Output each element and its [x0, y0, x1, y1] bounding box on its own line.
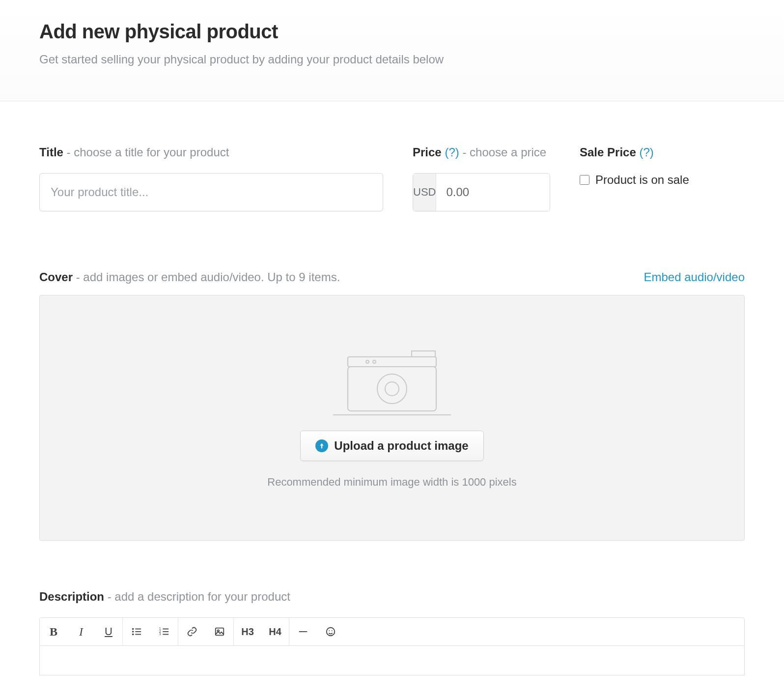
svg-rect-3: [412, 351, 435, 357]
tb-group-lists: 123: [123, 618, 178, 645]
page-header: Add new physical product Get started sel…: [0, 0, 784, 101]
sale-checkbox-label: Product is on sale: [595, 173, 689, 187]
svg-point-23: [327, 628, 335, 636]
svg-point-25: [332, 630, 333, 631]
svg-rect-1: [348, 367, 436, 411]
cover-label-rest: - add images or embed audio/video. Up to…: [73, 270, 340, 284]
svg-point-7: [373, 360, 376, 363]
embed-audio-video-link[interactable]: Embed audio/video: [644, 270, 745, 284]
numbered-list-icon: 123: [159, 626, 169, 637]
price-input[interactable]: [436, 174, 550, 211]
price-label-rest: - choose a price: [459, 145, 546, 159]
price-label-bold: Price: [413, 145, 442, 159]
description-label-bold: Description: [39, 590, 104, 603]
svg-point-8: [132, 628, 134, 630]
svg-rect-2: [348, 357, 436, 367]
svg-point-12: [132, 634, 134, 636]
price-col: Price (?) - choose a price USD: [413, 145, 550, 211]
sale-label: Sale Price (?): [580, 145, 727, 159]
italic-button[interactable]: I: [67, 618, 95, 645]
camera-icon: [333, 347, 451, 416]
bullet-list-button[interactable]: [123, 618, 150, 645]
image-icon: [214, 626, 225, 637]
upload-image-button[interactable]: Upload a product image: [300, 431, 483, 461]
price-label: Price (?) - choose a price: [413, 145, 550, 159]
bold-button[interactable]: B: [40, 618, 67, 645]
price-help-icon[interactable]: (?): [445, 145, 459, 159]
tb-group-headings: H3 H4: [234, 618, 289, 645]
h3-button[interactable]: H3: [234, 618, 261, 645]
svg-point-6: [366, 360, 369, 363]
tb-group-misc: [289, 618, 344, 645]
editor-toolbar: B I U 123 H3: [39, 617, 745, 646]
hr-icon: [298, 626, 308, 637]
tb-group-media: [178, 618, 234, 645]
tb-group-text: B I U: [40, 618, 123, 645]
sale-label-bold: Sale Price: [580, 145, 636, 159]
emoji-button[interactable]: [317, 618, 344, 645]
row-title-price: Title - choose a title for your product …: [39, 145, 745, 211]
sale-checkbox-row: Product is on sale: [580, 173, 727, 187]
title-label-rest: - choose a title for your product: [63, 145, 229, 159]
sale-help-icon[interactable]: (?): [639, 145, 653, 159]
upload-arrow-icon: [315, 439, 328, 452]
sale-col: Sale Price (?) Product is on sale: [580, 145, 727, 211]
svg-text:3: 3: [159, 632, 161, 636]
cover-label-bold: Cover: [39, 270, 73, 284]
cover-recommendation: Recommended minimum image width is 1000 …: [267, 476, 516, 489]
svg-point-10: [132, 631, 134, 633]
svg-point-4: [377, 374, 407, 404]
numbered-list-button[interactable]: 123: [150, 618, 178, 645]
currency-label: USD: [413, 174, 436, 211]
title-col: Title - choose a title for your product: [39, 145, 383, 211]
title-label: Title - choose a title for your product: [39, 145, 383, 159]
h4-button[interactable]: H4: [261, 618, 289, 645]
upload-button-label: Upload a product image: [334, 439, 468, 453]
page-subtitle: Get started selling your physical produc…: [39, 53, 745, 66]
description-editor[interactable]: [39, 646, 745, 675]
title-input[interactable]: [39, 173, 383, 211]
cover-dropzone[interactable]: Upload a product image Recommended minim…: [39, 295, 745, 541]
cover-section: Cover - add images or embed audio/video.…: [39, 270, 745, 541]
description-label-rest: - add a description for your product: [104, 590, 290, 603]
link-button[interactable]: [178, 618, 206, 645]
image-button[interactable]: [206, 618, 233, 645]
description-section: Description - add a description for your…: [39, 590, 745, 675]
bullet-list-icon: [131, 626, 142, 637]
svg-point-24: [329, 630, 330, 631]
emoji-icon: [325, 626, 336, 637]
price-input-wrap: USD: [413, 173, 550, 211]
underline-button[interactable]: U: [95, 618, 122, 645]
cover-head: Cover - add images or embed audio/video.…: [39, 270, 745, 284]
link-icon: [187, 626, 197, 637]
hr-button[interactable]: [289, 618, 317, 645]
svg-rect-20: [216, 628, 224, 636]
title-label-bold: Title: [39, 145, 63, 159]
cover-label: Cover - add images or embed audio/video.…: [39, 270, 340, 284]
svg-point-5: [385, 382, 399, 396]
product-form: Title - choose a title for your product …: [0, 101, 784, 695]
description-label: Description - add a description for your…: [39, 590, 745, 604]
page-title: Add new physical product: [39, 21, 745, 43]
sale-checkbox[interactable]: [580, 175, 589, 185]
